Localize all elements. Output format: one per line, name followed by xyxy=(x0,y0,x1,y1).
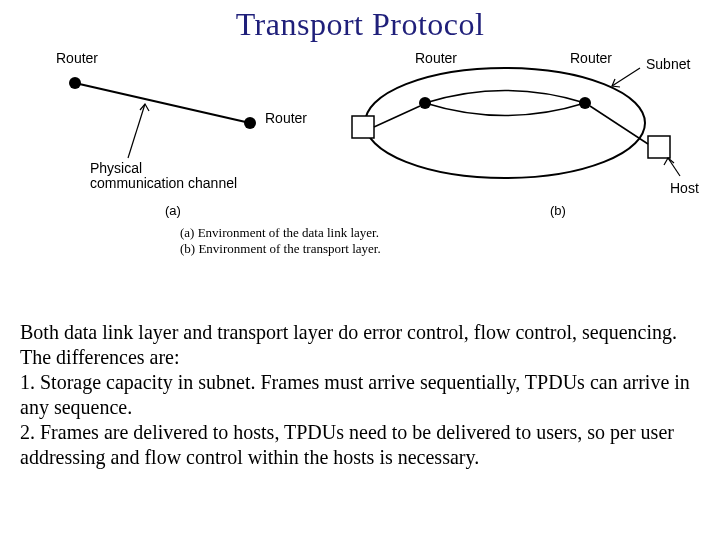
figure-caption: (a) Environment of the data link layer. … xyxy=(180,225,381,258)
label-router-b-right: Router xyxy=(570,50,612,66)
body-para-2: 1. Storage capacity in subnet. Frames mu… xyxy=(20,370,700,420)
svg-line-8 xyxy=(374,106,420,127)
label-physical-1: Physical xyxy=(90,160,142,176)
svg-point-4 xyxy=(365,68,645,178)
marker-b: (b) xyxy=(550,203,566,218)
body-text: Both data link layer and transport layer… xyxy=(20,320,700,470)
label-router-a-right: Router xyxy=(265,110,307,126)
svg-line-3 xyxy=(128,104,145,158)
label-router-a-left: Router xyxy=(56,50,98,66)
svg-line-10 xyxy=(590,106,648,144)
body-para-1: Both data link layer and transport layer… xyxy=(20,320,700,370)
diagram-b xyxy=(350,48,690,208)
label-physical-2: communication channel xyxy=(90,175,237,191)
label-subnet: Subnet xyxy=(646,56,690,72)
svg-line-12 xyxy=(668,158,680,176)
svg-point-2 xyxy=(244,117,256,129)
svg-rect-7 xyxy=(352,116,374,138)
body-para-3: 2. Frames are delivered to hosts, TPDUs … xyxy=(20,420,700,470)
caption-line-b: (b) Environment of the transport layer. xyxy=(180,241,381,257)
caption-line-a: (a) Environment of the data link layer. xyxy=(180,225,381,241)
page-title: Transport Protocol xyxy=(0,6,720,43)
svg-rect-9 xyxy=(648,136,670,158)
svg-line-0 xyxy=(75,83,250,123)
svg-line-11 xyxy=(612,68,640,86)
svg-point-1 xyxy=(69,77,81,89)
marker-a: (a) xyxy=(165,203,181,218)
label-router-b-left: Router xyxy=(415,50,457,66)
figure-area: Router Router Physical communication cha… xyxy=(40,48,690,218)
label-host: Host xyxy=(670,180,699,196)
